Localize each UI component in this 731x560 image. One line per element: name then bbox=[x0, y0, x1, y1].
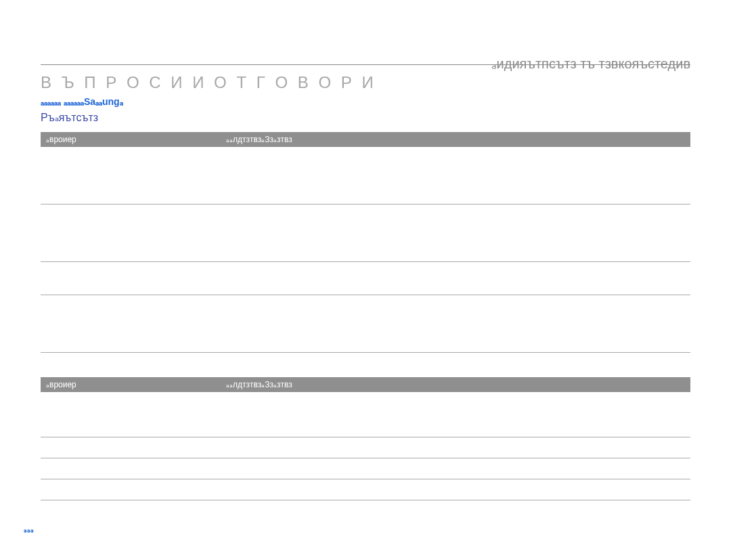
cell-question bbox=[41, 204, 221, 262]
table-row bbox=[41, 295, 690, 353]
table-row bbox=[41, 458, 690, 479]
col-header-1: ₐвроиер bbox=[41, 132, 221, 147]
table-row bbox=[41, 262, 690, 295]
col-header-2: ₐₐлдтзтвзₐЗзₐзтвз bbox=[221, 377, 690, 392]
cell-question bbox=[41, 392, 221, 437]
document-page: ₐидияътпсътз тъ тзвкояъстедив В Ъ П Р О … bbox=[0, 0, 731, 560]
table-row bbox=[41, 479, 690, 500]
cell-question bbox=[41, 295, 221, 353]
cell-answer bbox=[221, 295, 690, 353]
table-header-row: ₐвроиер ₐₐлдтзтвзₐЗзₐзтвз bbox=[41, 377, 690, 392]
table-row bbox=[41, 437, 690, 458]
cell-answer bbox=[221, 392, 690, 437]
table-header-row: ₐвроиер ₐₐлдтзтвзₐЗзₐзтвз bbox=[41, 132, 690, 147]
cell-answer bbox=[221, 262, 690, 295]
cell-question bbox=[41, 262, 221, 295]
cell-answer bbox=[221, 458, 690, 479]
qa-table-2: ₐвроиер ₐₐлдтзтвзₐЗзₐзтвз bbox=[41, 377, 690, 500]
cell-question bbox=[41, 458, 221, 479]
section-title: Ръₐяътсътз bbox=[41, 111, 690, 124]
cell-question bbox=[41, 147, 221, 204]
page-heading: В Ъ П Р О С И И О Т Г О В О Р И bbox=[41, 73, 690, 92]
cell-answer bbox=[221, 479, 690, 500]
page-number: ₐₐₐ bbox=[24, 525, 34, 534]
table-row bbox=[41, 147, 690, 204]
cell-answer bbox=[221, 204, 690, 262]
table-row bbox=[41, 392, 690, 437]
cell-answer bbox=[221, 147, 690, 204]
cell-question bbox=[41, 437, 221, 458]
qa-table-1: ₐвроиер ₐₐлдтзтвзₐЗзₐзтвз bbox=[41, 132, 690, 353]
table-row bbox=[41, 204, 690, 262]
col-header-1: ₐвроиер bbox=[41, 377, 221, 392]
cell-question bbox=[41, 479, 221, 500]
chapter-title: ₐидияътпсътз тъ тзвкояъстедив bbox=[491, 56, 690, 72]
samsung-link[interactable]: ₐₐₐₐₐₐ ₐₐₐₐₐₐSaₐₐungₐ bbox=[41, 96, 690, 107]
col-header-2: ₐₐлдтзтвзₐЗзₐзтвз bbox=[221, 132, 690, 147]
cell-answer bbox=[221, 437, 690, 458]
